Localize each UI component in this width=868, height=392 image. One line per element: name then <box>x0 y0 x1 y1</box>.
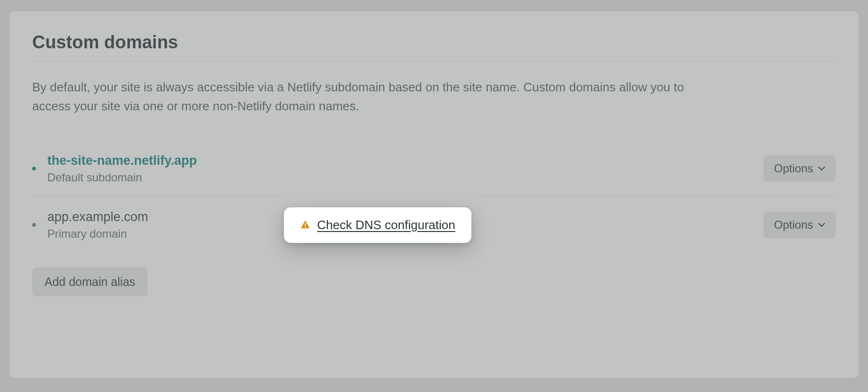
bullet-icon <box>32 223 36 227</box>
bullet-icon <box>32 167 36 170</box>
add-domain-alias-button[interactable]: Add domain alias <box>32 267 148 296</box>
add-domain-alias-label: Add domain alias <box>44 275 135 289</box>
custom-domains-card: Custom domains By default, your site is … <box>9 11 859 378</box>
divider <box>32 61 836 62</box>
options-label: Options <box>774 218 813 232</box>
domain-subtitle: Primary domain <box>47 227 256 241</box>
domain-name-link[interactable]: the-site-name.netlify.app <box>47 153 256 168</box>
domain-text: app.example.com Primary domain <box>47 210 256 241</box>
svg-rect-1 <box>305 226 306 227</box>
domain-text: the-site-name.netlify.app Default subdom… <box>47 153 256 184</box>
row-mid: Check DNS configuration <box>256 207 763 243</box>
dns-warning-callout[interactable]: Check DNS configuration <box>284 207 471 243</box>
section-description: By default, your site is always accessib… <box>32 78 695 116</box>
domain-row: app.example.com Primary domain Check DNS… <box>32 196 836 254</box>
options-button[interactable]: Options <box>763 155 836 182</box>
domain-subtitle: Default subdomain <box>47 171 256 184</box>
warning-icon <box>300 220 310 230</box>
svg-rect-0 <box>305 223 306 226</box>
domain-row: the-site-name.netlify.app Default subdom… <box>32 142 836 196</box>
options-label: Options <box>774 162 813 175</box>
chevron-down-icon <box>818 165 825 172</box>
dns-warning-link[interactable]: Check DNS configuration <box>317 218 455 232</box>
options-button[interactable]: Options <box>763 212 836 238</box>
domain-name: app.example.com <box>47 210 256 224</box>
section-title: Custom domains <box>32 32 836 53</box>
chevron-down-icon <box>818 221 825 229</box>
domain-list: the-site-name.netlify.app Default subdom… <box>32 142 836 254</box>
